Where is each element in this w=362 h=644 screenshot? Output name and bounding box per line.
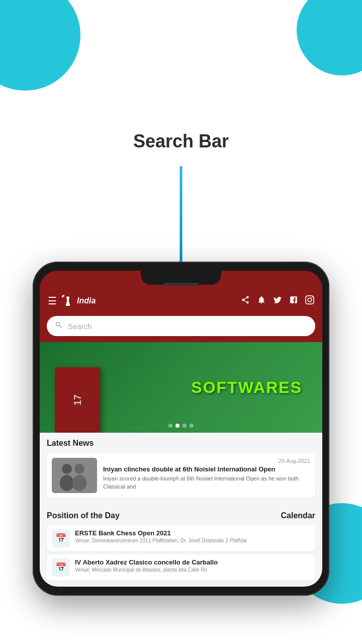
news-excerpt: Iniyan scored a double-triumph at 6th No…	[103, 475, 310, 491]
banner-dot-4[interactable]	[190, 424, 194, 428]
position-calendar-header: Position of the Day Calendar	[47, 511, 315, 520]
calendar-event-title-1: ERSTE Bank Chess Open 2021	[75, 529, 246, 537]
search-bar[interactable]: Search	[47, 316, 315, 336]
banner-book: 17	[55, 367, 100, 433]
news-date: 20-Aug-2021	[103, 458, 310, 464]
svg-rect-6	[63, 296, 65, 298]
calendar-content-1: ERSTE Bank Chess Open 2021 Venue: Domini…	[75, 529, 246, 543]
calendar-event-detail-2: Venue: Mercado Municipal de Abastos, pla…	[75, 567, 218, 573]
search-bar-container: Search	[40, 313, 322, 342]
calendar-item-1[interactable]: 📅 ERSTE Bank Chess Open 2021 Venue: Domi…	[47, 525, 315, 551]
bg-blob-top-left	[0, 0, 80, 91]
calendar-icon-1: 📅	[52, 529, 70, 547]
phone-notch	[141, 271, 221, 285]
logo-text: India	[77, 296, 96, 305]
latest-news-title: Latest News	[47, 439, 94, 448]
share-icon[interactable]	[241, 295, 250, 307]
banner-dots	[168, 424, 194, 428]
logo-chess-icon	[61, 294, 75, 308]
calendar-event-title-2: IV Aberto Xadrez Clasico concello de Car…	[75, 558, 218, 566]
svg-point-10	[74, 464, 84, 474]
svg-rect-1	[66, 302, 69, 304]
svg-point-8	[62, 464, 72, 474]
latest-news-header: Latest News	[47, 439, 315, 448]
banner-book-text: 17	[72, 394, 83, 406]
calendar-content-2: IV Aberto Xadrez Clasico concello de Car…	[75, 558, 218, 573]
calendar-item-2[interactable]: 📅 IV Aberto Xadrez Clasico concello de C…	[47, 554, 315, 581]
latest-news-section: Latest News 20-Aug-2021	[40, 433, 322, 507]
instagram-icon[interactable]	[305, 295, 314, 307]
phone-frame: ☰ India	[33, 262, 329, 596]
news-thumbnail	[52, 458, 97, 493]
phone-speaker	[163, 283, 199, 286]
twitter-icon[interactable]	[273, 295, 282, 307]
banner-dot-1[interactable]	[168, 424, 172, 428]
calendar-icon-2: 📅	[52, 558, 70, 577]
search-icon	[55, 321, 63, 331]
svg-rect-5	[62, 295, 63, 296]
header-right	[241, 295, 314, 307]
svg-point-9	[60, 475, 74, 491]
svg-point-3	[66, 296, 69, 299]
position-calendar-section: Position of the Day Calendar 📅 ERSTE Ban…	[40, 507, 322, 587]
calendar-event-detail-1: Venue: Dominikanerzentrum 2311 Pfaffstat…	[75, 538, 246, 543]
phone-container: ☰ India	[33, 262, 329, 596]
svg-point-11	[72, 475, 86, 491]
bell-icon[interactable]	[257, 295, 266, 307]
news-title: Iniyan clinches double at 6th Noisiel In…	[103, 465, 310, 474]
facebook-icon[interactable]	[289, 295, 298, 307]
news-item[interactable]: 20-Aug-2021 Iniyan clinches double at 6t…	[47, 453, 315, 498]
calendar-items: 📅 ERSTE Bank Chess Open 2021 Venue: Domi…	[47, 525, 315, 581]
logo-area: India	[61, 294, 96, 308]
hamburger-icon[interactable]: ☰	[48, 295, 57, 307]
page-title-area: Search Bar	[0, 131, 362, 152]
search-placeholder-text: Search	[68, 322, 307, 331]
header-left: ☰ India	[48, 294, 96, 308]
page-title: Search Bar	[0, 131, 362, 152]
banner-area: 17 SOFTWARES	[40, 342, 322, 433]
banner-title: SOFTWARES	[191, 378, 302, 397]
svg-rect-0	[66, 304, 70, 306]
position-title: Position of the Day	[47, 511, 120, 520]
news-content: 20-Aug-2021 Iniyan clinches double at 6t…	[103, 458, 310, 493]
phone-screen: ☰ India	[40, 271, 322, 587]
connector-line	[180, 166, 183, 267]
banner-dot-3[interactable]	[183, 424, 187, 428]
calendar-title: Calendar	[281, 511, 315, 520]
banner-dot-2[interactable]	[175, 424, 179, 428]
bg-blob-top-right	[297, 0, 362, 75]
